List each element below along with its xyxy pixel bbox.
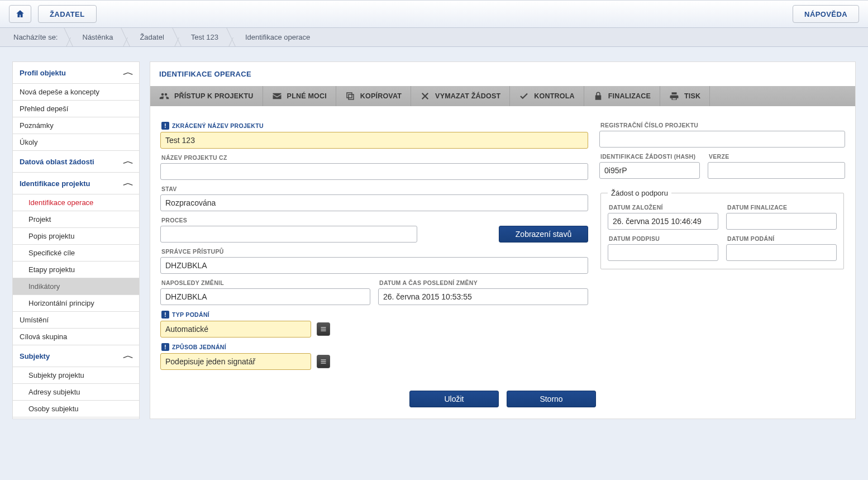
last-changed-by-input — [160, 288, 370, 305]
svg-rect-1 — [347, 93, 352, 98]
breadcrumb-item[interactable]: Nástěnka — [68, 28, 126, 46]
submit-dt-input — [726, 244, 837, 261]
required-icon: ! — [161, 122, 169, 130]
show-states-button[interactable]: Zobrazení stavů — [499, 226, 588, 243]
save-button[interactable]: Uložit — [409, 391, 499, 407]
action-label: FINALIZACE — [608, 92, 651, 100]
main-panel: IDENTIFIKACE OPERACE PŘÍSTUP K PROJEKTU … — [150, 61, 856, 419]
required-icon: ! — [161, 343, 169, 351]
sidebar-item[interactable]: Přehled depeší — [13, 101, 139, 117]
list-icon — [320, 326, 327, 332]
label-submission-type: ! TYP PODÁNÍ — [161, 311, 588, 319]
process-input — [160, 226, 417, 243]
required-icon: ! — [161, 311, 169, 319]
action-delete[interactable]: VYMAZAT ŽÁDOST — [411, 86, 510, 106]
action-access[interactable]: PŘÍSTUP K PROJEKTU — [150, 86, 263, 106]
sidebar-item-target-group[interactable]: Cílová skupina — [13, 329, 139, 345]
created-dt-input — [608, 213, 718, 230]
form-right-column: REGISTRAČNÍ ČÍSLO PROJEKTU IDENTIFIKACE … — [599, 116, 845, 370]
action-check[interactable]: KONTROLA — [510, 86, 584, 106]
action-copy[interactable]: KOPÍROVAT — [336, 86, 411, 106]
label-reg-number: REGISTRAČNÍ ČÍSLO PROJEKTU — [600, 122, 845, 129]
sidebar-item-subjects-addresses[interactable]: Adresy subjektu — [13, 384, 139, 401]
sidebar-item[interactable]: Poznámky — [13, 117, 139, 134]
form-left-column: ! ZKRÁCENÝ NÁZEV PROJEKTU NÁZEV PROJEKTU… — [160, 116, 588, 370]
sidebar-item-description[interactable]: Popis projektu — [13, 228, 139, 245]
sidebar-item-ident-operation[interactable]: Identifikace operace — [13, 194, 139, 211]
list-icon — [320, 358, 327, 365]
short-name-input[interactable] — [160, 132, 588, 149]
last-change-dt-input — [378, 288, 588, 305]
lock-icon — [593, 91, 603, 101]
chevron-up-icon: ︿ — [123, 178, 134, 188]
action-poa[interactable]: PLNÉ MOCI — [263, 86, 336, 106]
name-cz-input[interactable] — [160, 163, 588, 180]
sidebar-item-stages[interactable]: Etapy projektu — [13, 262, 139, 278]
sidebar-item-indicators[interactable]: Indikátory — [13, 278, 139, 295]
check-icon — [519, 91, 529, 101]
request-box: Žádost o podporu DATUM ZALOŽENÍ DATUM FI… — [600, 189, 844, 269]
breadcrumb-current: Identifikace operace — [231, 28, 310, 46]
sidebar-item-subjects-project[interactable]: Subjekty projektu — [13, 367, 139, 384]
action-label: PŘÍSTUP K PROJEKTU — [174, 92, 254, 100]
request-box-legend: Žádost o podporu — [608, 189, 671, 197]
sidebar-item-project[interactable]: Projekt — [13, 211, 139, 228]
sidebar-section-label: Subjekty — [20, 352, 50, 360]
sidebar-section-subjects[interactable]: Subjekty ︿ — [13, 345, 139, 367]
chevron-up-icon: ︿ — [123, 156, 134, 167]
sidebar-item-location[interactable]: Umístění — [13, 312, 139, 329]
sidebar-item-goals[interactable]: Specifické cíle — [13, 245, 139, 262]
access-admin-input — [160, 257, 588, 274]
action-label: PLNÉ MOCI — [287, 92, 327, 100]
sidebar-section-profile[interactable]: Profil objektu ︿ — [13, 62, 139, 84]
hash-input — [599, 162, 700, 179]
action-mode-input[interactable] — [160, 353, 311, 370]
sidebar-item-subjects-persons[interactable]: Osoby subjektu — [13, 401, 139, 417]
action-print[interactable]: TISK — [660, 86, 710, 106]
label-finalize-dt: DATUM FINALIZACE — [727, 204, 837, 211]
label-created-dt: DATUM ZALOŽENÍ — [609, 204, 718, 211]
label-version: VERZE — [709, 153, 845, 160]
submission-type-input[interactable] — [160, 321, 311, 338]
sidebar-section-label: Profil objektu — [20, 69, 66, 77]
action-label: KONTROLA — [534, 92, 574, 100]
sign-dt-input — [608, 244, 718, 261]
sidebar-section-ident[interactable]: Identifikace projektu ︿ — [13, 173, 139, 194]
page-title: IDENTIFIKACE OPERACE — [150, 62, 855, 86]
print-icon — [669, 91, 679, 101]
label-access-admin: SPRÁVCE PŘÍSTUPŮ — [161, 248, 588, 255]
chevron-up-icon: ︿ — [123, 351, 134, 361]
action-bar: PŘÍSTUP K PROJEKTU PLNÉ MOCI KOPÍROVAT V… — [150, 86, 855, 106]
action-mode-picker[interactable] — [317, 355, 330, 368]
action-label: TISK — [684, 92, 700, 100]
reg-number-input — [599, 131, 845, 148]
breadcrumb-item[interactable]: Test 123 — [177, 28, 231, 46]
label-hash: IDENTIFIKACE ŽÁDOSTI (HASH) — [600, 153, 700, 160]
sidebar-item[interactable]: Nová depeše a koncepty — [13, 84, 139, 101]
help-button[interactable]: NÁPOVĚDA — [793, 5, 859, 23]
breadcrumb-prefix: Nacházíte se: — [3, 33, 68, 41]
sidebar-item[interactable]: Úkoly — [13, 134, 139, 151]
state-input — [160, 194, 588, 211]
action-label: KOPÍROVAT — [360, 92, 402, 100]
breadcrumb: Nacházíte se: Nástěnka Žadatel Test 123 … — [0, 28, 868, 47]
label-short-name: ! ZKRÁCENÝ NÁZEV PROJEKTU — [161, 122, 588, 130]
label-last-changed-by: NAPOSLEDY ZMĚNIL — [161, 279, 370, 286]
cancel-button[interactable]: Storno — [507, 391, 596, 407]
home-button[interactable] — [9, 5, 31, 23]
sidebar-section-data[interactable]: Datová oblast žádosti ︿ — [13, 151, 139, 173]
topbar: ŽADATEL NÁPOVĚDA — [0, 0, 868, 28]
action-finalize[interactable]: FINALIZACE — [584, 86, 660, 106]
sidebar: Profil objektu ︿ Nová depeše a koncepty … — [12, 61, 140, 419]
applicant-tab[interactable]: ŽADATEL — [38, 5, 97, 23]
footer-actions: Uložit Storno — [150, 382, 855, 419]
sidebar-section-label: Identifikace projektu — [20, 179, 90, 188]
sidebar-item-horizontal[interactable]: Horizontální principy — [13, 295, 139, 312]
breadcrumb-item[interactable]: Žadatel — [125, 28, 176, 46]
chevron-up-icon: ︿ — [123, 68, 134, 78]
copy-icon — [345, 91, 355, 101]
sidebar-section-label: Datová oblast žádosti — [20, 158, 94, 166]
submission-type-picker[interactable] — [317, 322, 330, 336]
version-input — [708, 162, 845, 179]
label-action-mode: ! ZPŮSOB JEDNÁNÍ — [161, 343, 588, 351]
